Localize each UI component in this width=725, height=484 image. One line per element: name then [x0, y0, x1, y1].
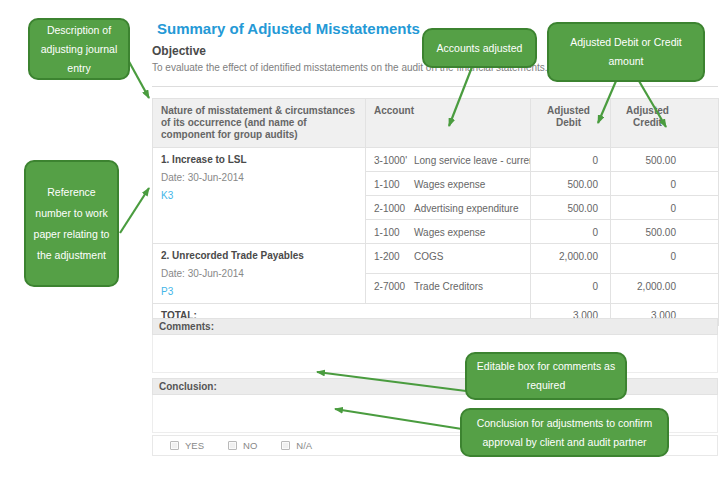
table-header-row: Nature of misstatement & circumstances o… — [153, 99, 719, 148]
callout-conclusion: Conclusion for adjustments to confirm ap… — [460, 408, 669, 457]
misstatement-name: 1. Increase to LSL — [161, 154, 357, 165]
account-name: Advertising expenditure — [414, 203, 519, 214]
credit-cell: 0 — [611, 172, 719, 196]
callout-conclusion-text: Conclusion for adjustments to confirm ap… — [468, 414, 661, 452]
callout-description: Description of adjusting journal entry — [28, 18, 130, 80]
account-cell: 1-100Wages expense — [366, 220, 531, 244]
header-adjusted-credit: Adjusted Credit — [611, 99, 719, 148]
debit-cell: 500.00 — [531, 172, 611, 196]
checkbox-na-box[interactable] — [281, 441, 290, 450]
callout-reference-text: Reference number to work paper relating … — [32, 182, 111, 266]
callout-amount-text: Adjusted Debit or Credit amount — [555, 33, 697, 71]
account-row: 2. Unrecorded Trade Payables Date: 30-Ju… — [153, 244, 719, 274]
objective-heading: Objective — [152, 44, 206, 58]
account-code: 1-100 — [374, 227, 414, 238]
account-code: 1-200 — [374, 251, 414, 262]
account-code: 2-1000 — [374, 203, 414, 214]
debit-cell: 0 — [531, 274, 611, 304]
account-cell: 2-1000Advertising expenditure — [366, 196, 531, 220]
comments-header: Comments: — [152, 318, 718, 335]
checkbox-na-label: N/A — [296, 440, 312, 451]
account-name: COGS — [414, 251, 443, 262]
credit-cell: 500.00 — [611, 220, 719, 244]
debit-cell: 500.00 — [531, 196, 611, 220]
callout-accounts-text: Accounts adjusted — [437, 39, 523, 58]
callout-reference: Reference number to work paper relating … — [24, 160, 119, 287]
misstatement-date: Date: 30-Jun-2014 — [161, 268, 357, 279]
comments-input-area[interactable] — [152, 335, 718, 373]
checkbox-no[interactable]: NO — [228, 440, 257, 451]
misstatement-1-cell: 1. Increase to LSL Date: 30-Jun-2014 K3 — [153, 148, 366, 244]
credit-cell: 0 — [611, 244, 719, 274]
checkbox-no-box[interactable] — [228, 441, 237, 450]
debit-cell: 2,000.00 — [531, 244, 611, 274]
account-cell: 3-1000'Long service leave - current — [366, 148, 531, 172]
misstatement-2-cell: 2. Unrecorded Trade Payables Date: 30-Ju… — [153, 244, 366, 304]
workpaper-ref-link[interactable]: P3 — [161, 286, 173, 297]
page: Summary of Adjusted Misstatements Object… — [0, 0, 725, 484]
debit-cell: 0 — [531, 148, 611, 172]
callout-accounts: Accounts adjusted — [422, 28, 537, 68]
checkbox-yes-label: YES — [185, 440, 204, 451]
checkbox-yes-box[interactable] — [170, 441, 179, 450]
header-adjusted-debit: Adjusted Debit — [531, 99, 611, 148]
page-title: Summary of Adjusted Misstatements — [157, 20, 420, 37]
arrow-reference — [120, 188, 149, 233]
credit-cell: 0 — [611, 196, 719, 220]
conclusion-header: Conclusion: — [152, 378, 718, 395]
callout-comments-text: Editable box for comments as required — [473, 357, 619, 395]
account-name: Long service leave - current — [414, 155, 531, 166]
account-cell: 1-200COGS — [366, 244, 531, 274]
account-code: 1-100 — [374, 179, 414, 190]
misstatements-table: Nature of misstatement & circumstances o… — [152, 98, 719, 326]
account-name: Trade Creditors — [414, 281, 483, 292]
account-name: Wages expense — [414, 227, 485, 238]
header-account: Account — [366, 99, 531, 148]
account-cell: 2-7000Trade Creditors — [366, 274, 531, 304]
header-nature: Nature of misstatement & circumstances o… — [153, 99, 366, 148]
account-name: Wages expense — [414, 179, 485, 190]
credit-cell: 2,000.00 — [611, 274, 719, 304]
callout-description-text: Description of adjusting journal entry — [36, 21, 122, 78]
callout-amount: Adjusted Debit or Credit amount — [547, 22, 705, 82]
checkbox-yes[interactable]: YES — [170, 440, 204, 451]
misstatement-date: Date: 30-Jun-2014 — [161, 172, 357, 183]
account-code: 3-1000' — [374, 155, 414, 166]
credit-cell: 500.00 — [611, 148, 719, 172]
account-cell: 1-100Wages expense — [366, 172, 531, 196]
checkbox-na[interactable]: N/A — [281, 440, 312, 451]
section-divider — [152, 86, 718, 87]
workpaper-ref-link[interactable]: K3 — [161, 190, 173, 201]
callout-comments: Editable box for comments as required — [465, 352, 627, 400]
account-code: 2-7000 — [374, 281, 414, 292]
misstatement-name: 2. Unrecorded Trade Payables — [161, 250, 357, 261]
account-row: 1. Increase to LSL Date: 30-Jun-2014 K3 … — [153, 148, 719, 172]
checkbox-no-label: NO — [243, 440, 257, 451]
debit-cell: 0 — [531, 220, 611, 244]
arrow-description — [127, 58, 149, 98]
